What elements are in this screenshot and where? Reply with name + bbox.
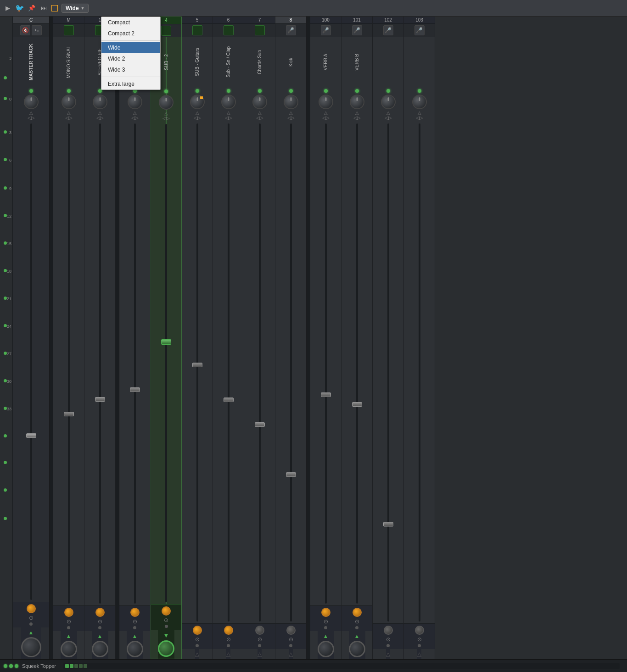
ch101-route-arrow[interactable]: ▲ — [354, 633, 360, 639]
ch3-volume-knob[interactable] — [128, 95, 142, 109]
ch100-fader-handle[interactable] — [321, 392, 331, 397]
ch5-volume-knob[interactable] — [190, 95, 205, 109]
ch6-send-knob[interactable] — [224, 626, 233, 635]
ch8-send-knob[interactable] — [286, 626, 296, 635]
ch7-pan-up[interactable]: △ — [258, 111, 262, 115]
dropdown-item-wide2[interactable]: Wide 2 — [101, 53, 160, 64]
ch100-route-arrow[interactable]: ▲ — [323, 633, 329, 639]
ch5-active-btn[interactable] — [192, 25, 202, 35]
master-volume-knob[interactable] — [24, 95, 39, 109]
m-send-knob[interactable] — [64, 608, 73, 617]
ch1-volume-knob[interactable] — [93, 95, 107, 109]
ch4-route-arrow[interactable]: ▼ — [163, 632, 169, 639]
ch1-fader-handle[interactable] — [95, 397, 105, 402]
dropdown-item-wide3[interactable]: Wide 3 — [101, 64, 160, 75]
ch7-active-btn[interactable] — [255, 25, 265, 35]
master-send-knob[interactable] — [27, 604, 36, 613]
ch7-send-knob[interactable] — [255, 626, 264, 635]
ch103-active-btn[interactable]: 🎤 — [414, 25, 425, 35]
ch101-send-knob[interactable] — [353, 608, 362, 617]
ch5-route-arrow[interactable]: △ — [195, 651, 199, 657]
m-route-arrow[interactable]: ▲ — [66, 633, 72, 639]
ch4-active-btn[interactable] — [161, 26, 171, 36]
ch4-volume-knob[interactable] — [159, 95, 174, 110]
m-pan-up[interactable]: △ — [67, 111, 71, 115]
ch6-pan-up[interactable]: △ — [227, 111, 230, 115]
bird-icon[interactable]: 🐦 — [16, 4, 24, 12]
ch4-big-knob[interactable] — [158, 640, 174, 657]
view-dropdown[interactable]: Wide ▼ — [62, 4, 89, 13]
ch101-active-btn[interactable]: 🎤 — [352, 25, 362, 35]
ch101-pan-up[interactable]: △ — [355, 111, 359, 115]
ch102-pan-lr[interactable]: ◁▷ — [385, 116, 392, 120]
ch101-big-knob[interactable] — [349, 641, 365, 657]
ch100-active-btn[interactable]: 🎤 — [321, 25, 331, 35]
master-pan-btn[interactable]: ⇆ — [32, 25, 42, 35]
ch102-volume-knob[interactable] — [381, 95, 396, 109]
ch1-send-knob[interactable] — [95, 608, 105, 617]
ch5-fader-handle[interactable] — [192, 363, 202, 367]
skip-icon[interactable]: ⏭ — [39, 4, 48, 12]
dropdown-item-compact[interactable]: Compact — [101, 17, 160, 28]
play-icon[interactable]: ▶ — [4, 4, 12, 12]
ch3-big-knob[interactable] — [127, 641, 143, 657]
master-mute-btn[interactable]: 🔇 — [20, 25, 30, 35]
m-active-btn[interactable] — [64, 25, 74, 35]
m-fader-handle[interactable] — [64, 412, 74, 416]
ch3-route-arrow[interactable]: ▲ — [132, 633, 138, 639]
master-big-knob[interactable] — [21, 637, 41, 657]
ch1-pan-lr[interactable]: ◁▷ — [96, 116, 104, 120]
ch4-pan-lr[interactable]: ◁▷ — [162, 116, 170, 121]
ch5-send-knob[interactable] — [193, 626, 202, 635]
ch103-route-arrow[interactable]: △ — [417, 651, 421, 657]
ch103-pan-lr[interactable]: ◁▷ — [416, 116, 423, 120]
m-big-knob[interactable] — [61, 641, 77, 657]
ch100-big-knob[interactable] — [318, 641, 334, 657]
ch103-volume-knob[interactable] — [412, 95, 427, 109]
ch5-pan-up[interactable]: △ — [196, 111, 199, 115]
master-pan-lr[interactable]: ◁▷ — [28, 116, 35, 120]
square-icon[interactable] — [51, 5, 58, 11]
m-pan-lr[interactable]: ◁▷ — [65, 116, 73, 120]
ch7-pan-lr[interactable]: ◁▷ — [256, 116, 263, 120]
ch101-pan-lr[interactable]: ◁▷ — [353, 116, 361, 120]
ch1-big-knob[interactable] — [92, 641, 108, 657]
ch100-volume-knob[interactable] — [319, 95, 333, 109]
ch100-pan-up[interactable]: △ — [324, 111, 328, 115]
ch102-fader-handle[interactable] — [383, 522, 393, 526]
ch4-pan-up[interactable]: △ — [164, 111, 168, 116]
master-pan-up[interactable]: △ — [29, 111, 33, 115]
ch100-pan-lr[interactable]: ◁▷ — [322, 116, 330, 120]
ch5-pan-lr[interactable]: ◁▷ — [194, 116, 201, 120]
ch100-send-knob[interactable] — [321, 608, 330, 617]
ch103-send-knob[interactable] — [415, 626, 424, 635]
pattern-bar[interactable] — [63, 663, 620, 669]
dropdown-item-wide[interactable]: Wide — [101, 42, 160, 53]
m-volume-knob[interactable] — [62, 95, 76, 109]
ch102-send-knob[interactable] — [384, 626, 393, 635]
ch3-fader-handle[interactable] — [130, 387, 140, 392]
ch102-active-btn[interactable]: 🎤 — [383, 25, 393, 35]
master-route-arrow[interactable]: ▲ — [28, 629, 34, 636]
ch102-pan-up[interactable]: △ — [386, 111, 390, 115]
ch6-fader-handle[interactable] — [224, 398, 234, 402]
ch8-volume-knob[interactable] — [284, 95, 298, 109]
ch7-volume-knob[interactable] — [252, 95, 267, 109]
ch1-route-arrow[interactable]: ▲ — [97, 633, 103, 639]
ch4-send-knob[interactable] — [162, 606, 171, 616]
ch7-route-arrow[interactable]: △ — [258, 651, 262, 657]
ch8-route-arrow[interactable]: △ — [289, 651, 293, 657]
ch101-fader-handle[interactable] — [352, 402, 362, 407]
pin-icon[interactable]: 📌 — [28, 4, 36, 12]
ch102-route-arrow[interactable]: △ — [386, 651, 390, 657]
ch6-route-arrow[interactable]: △ — [226, 651, 230, 657]
ch1-pan-up[interactable]: △ — [98, 111, 102, 115]
ch3-send-knob[interactable] — [130, 608, 140, 617]
master-fader-handle[interactable] — [26, 433, 36, 438]
ch8-active-btn[interactable]: 🎤 — [286, 25, 296, 35]
ch103-pan-up[interactable]: △ — [418, 111, 421, 115]
ch6-pan-lr[interactable]: ◁▷ — [225, 116, 232, 120]
ch7-fader-handle[interactable] — [255, 422, 265, 427]
ch8-fader-handle[interactable] — [286, 472, 296, 477]
ch101-volume-knob[interactable] — [350, 95, 364, 109]
